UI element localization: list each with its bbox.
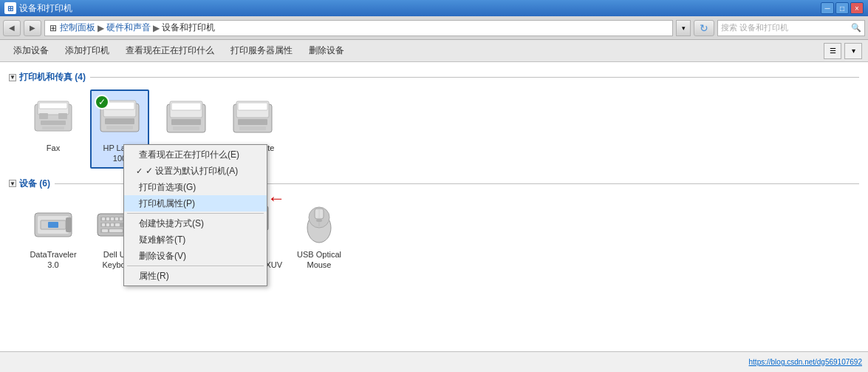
title-bar: ⊞ 设备和打印机 ─ □ × [0,0,868,16]
fax-icon [30,94,77,141]
title-bar-buttons: ─ □ × [821,2,864,14]
printers-section-line [90,77,859,78]
svg-rect-35 [115,217,118,220]
svg-rect-37 [102,223,105,226]
svg-rect-33 [106,217,109,220]
svg-rect-16 [173,126,199,130]
path-part-1: 控制面板 [60,21,95,34]
refresh-button[interactable]: ↻ [694,20,714,36]
device-item-usb[interactable]: DataTraveler3.0 [24,196,83,275]
maximize-button[interactable]: □ [835,2,849,14]
svg-rect-19 [238,103,267,110]
remove-device-toolbar-button[interactable]: 删除设备 [301,42,352,60]
svg-rect-34 [111,217,114,220]
add-device-button[interactable]: 添加设备 [6,42,56,60]
printers-section-label: 打印机和传真 (4) [19,71,86,84]
usb-icon [30,200,77,248]
arrow-indicator: ← [267,188,285,209]
svg-rect-26 [66,217,72,232]
svg-rect-39 [111,223,114,226]
svg-rect-20 [238,119,267,125]
add-printer-button[interactable]: 添加打印机 [58,42,117,60]
hp-printer-icon: ✓ [96,94,143,141]
forward-button[interactable]: ▶ [24,20,41,36]
mouse-label: USB OpticalMouse [297,249,341,271]
svg-rect-55 [315,209,318,218]
address-bar: ◀ ▶ ⊞ 控制面板 ▶ 硬件和声音 ▶ 设备和打印机 ▾ ↻ 搜索 设备和打印… [0,16,868,40]
svg-rect-21 [239,126,266,130]
see-print-queue-button[interactable]: 查看现在正在打印什么 [118,42,222,60]
print-server-props-button[interactable]: 打印服务器属性 [223,42,300,60]
svg-rect-56 [320,209,323,218]
onenote-printer-icon [229,94,276,141]
svg-rect-32 [102,217,105,220]
ctx-create-shortcut[interactable]: 创建快捷方式(S) [124,215,267,231]
svg-rect-6 [58,113,67,119]
minimize-button[interactable]: ─ [821,2,834,14]
view-dropdown[interactable]: ▾ [844,43,862,59]
toolbar-right: ☰ ▾ [824,43,862,59]
status-link[interactable]: https://blog.csdn.net/dg569107692 [749,358,862,366]
path-arrow-1: ▶ [98,23,104,33]
printers-toggle[interactable]: ▼ [9,74,16,81]
devices-section-label: 设备 (6) [19,177,50,190]
svg-rect-36 [120,217,123,220]
svg-rect-3 [41,121,66,125]
svg-rect-25 [48,222,58,228]
toolbar: 添加设备 添加打印机 查看现在正在打印什么 打印服务器属性 删除设备 ☰ ▾ [0,40,868,62]
close-button[interactable]: × [850,2,864,14]
ctx-properties[interactable]: 属性(R) [124,268,267,284]
view-button[interactable]: ☰ [824,43,841,59]
device-item-mouse[interactable]: USB OpticalMouse [290,196,349,275]
svg-rect-9 [105,102,134,109]
search-icon: 🔍 [851,23,861,33]
svg-rect-38 [106,223,109,226]
search-box[interactable]: 搜索 设备和打印机 🔍 [717,20,865,36]
svg-rect-42 [109,229,123,232]
svg-rect-41 [102,229,108,232]
mouse-icon [295,200,343,248]
usb-label: DataTraveler3.0 [30,249,76,271]
ctx-printer-props[interactable]: 打印机属性(P) [124,195,267,212]
ctx-remove-device[interactable]: 删除设备(V) [124,248,267,264]
ctx-see-printing[interactable]: 查看现在正在打印什么(E) [124,146,267,163]
fax-label: Fax [47,143,60,153]
title-bar-icon: ⊞ [4,2,16,14]
address-icon: ⊞ [49,23,57,33]
svg-rect-14 [171,103,201,110]
path-arrow-2: ▶ [153,23,160,33]
path-part-2: 硬件和声音 [106,21,151,34]
svg-rect-11 [106,126,133,129]
search-placeholder: 搜索 设备和打印机 [721,22,788,33]
svg-rect-57 [316,219,322,222]
context-menu: 查看现在正在打印什么(E) ✓ ✓ 设置为默认打印机(A) 打印首选项(G) 打… [123,144,267,286]
device-item-fax[interactable]: Fax [24,89,83,169]
address-dropdown[interactable]: ▾ [676,20,691,36]
svg-rect-5 [39,113,48,119]
printers-section-header: ▼ 打印机和传真 (4) [9,71,859,84]
svg-rect-2 [39,103,67,109]
svg-rect-15 [171,119,201,125]
svg-rect-40 [115,223,120,226]
path-part-3: 设备和打印机 [162,21,215,34]
ctx-troubleshoot[interactable]: 疑难解答(T) [124,231,267,248]
svg-rect-10 [105,118,134,124]
ctx-set-default[interactable]: ✓ ✓ 设置为默认打印机(A) [124,163,267,179]
svg-rect-4 [42,126,64,129]
address-path[interactable]: ⊞ 控制面板 ▶ 硬件和声音 ▶ 设备和打印机 [44,20,673,36]
ctx-sep-1 [127,213,264,214]
printer2-icon [163,94,210,141]
ctx-print-prefs[interactable]: 打印首选项(G) [124,179,267,195]
status-bar: https://blog.csdn.net/dg569107692 [0,351,868,372]
devices-toggle[interactable]: ▼ [9,180,16,187]
back-button[interactable]: ◀ [3,20,21,36]
ctx-sep-2 [127,266,264,266]
title-bar-title: 设备和打印机 [19,2,821,15]
